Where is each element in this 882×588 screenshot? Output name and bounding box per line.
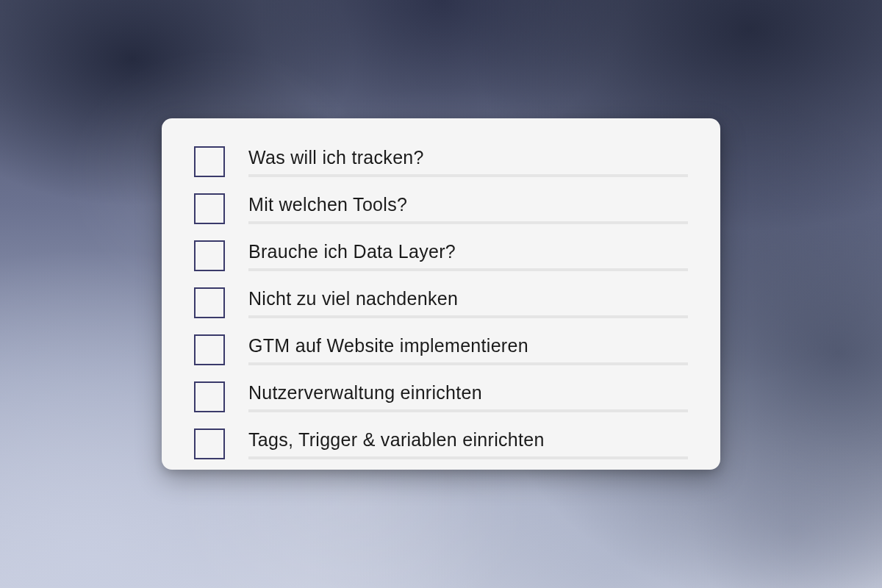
divider — [248, 409, 688, 412]
item-label: Nutzerverwaltung einrichten — [248, 382, 482, 403]
checkbox[interactable] — [194, 334, 225, 365]
checkbox[interactable] — [194, 429, 225, 459]
list-item: Mit welchen Tools? — [194, 184, 688, 232]
item-label: Brauche ich Data Layer? — [248, 241, 456, 262]
label-wrap: Was will ich tracken? — [248, 147, 688, 177]
item-label: GTM auf Website implementieren — [248, 335, 528, 356]
item-label: Nicht zu viel nachdenken — [248, 288, 458, 309]
divider — [248, 174, 688, 177]
divider — [248, 315, 688, 318]
label-wrap: Tags, Trigger & variablen einrichten — [248, 429, 688, 459]
item-label: Mit welchen Tools? — [248, 194, 407, 215]
label-wrap: Brauche ich Data Layer? — [248, 241, 688, 271]
list-item: Was will ich tracken? — [194, 137, 688, 184]
divider — [248, 268, 688, 271]
label-wrap: GTM auf Website implementieren — [248, 335, 688, 365]
list-item: Nutzerverwaltung einrichten — [194, 373, 688, 420]
checklist-card: Was will ich tracken? Mit welchen Tools?… — [162, 118, 720, 470]
list-item: Nicht zu viel nachdenken — [194, 279, 688, 326]
checklist: Was will ich tracken? Mit welchen Tools?… — [194, 137, 688, 467]
divider — [248, 221, 688, 224]
divider — [248, 456, 688, 459]
label-wrap: Mit welchen Tools? — [248, 194, 688, 224]
checkbox[interactable] — [194, 287, 225, 318]
label-wrap: Nutzerverwaltung einrichten — [248, 382, 688, 412]
divider — [248, 362, 688, 365]
item-label: Tags, Trigger & variablen einrichten — [248, 429, 545, 450]
checkbox[interactable] — [194, 193, 225, 224]
checkbox[interactable] — [194, 381, 225, 412]
checkbox[interactable] — [194, 240, 225, 271]
label-wrap: Nicht zu viel nachdenken — [248, 288, 688, 318]
checkbox[interactable] — [194, 146, 225, 177]
list-item: GTM auf Website implementieren — [194, 326, 688, 373]
list-item: Brauche ich Data Layer? — [194, 232, 688, 279]
list-item: Tags, Trigger & variablen einrichten — [194, 420, 688, 467]
item-label: Was will ich tracken? — [248, 147, 424, 168]
